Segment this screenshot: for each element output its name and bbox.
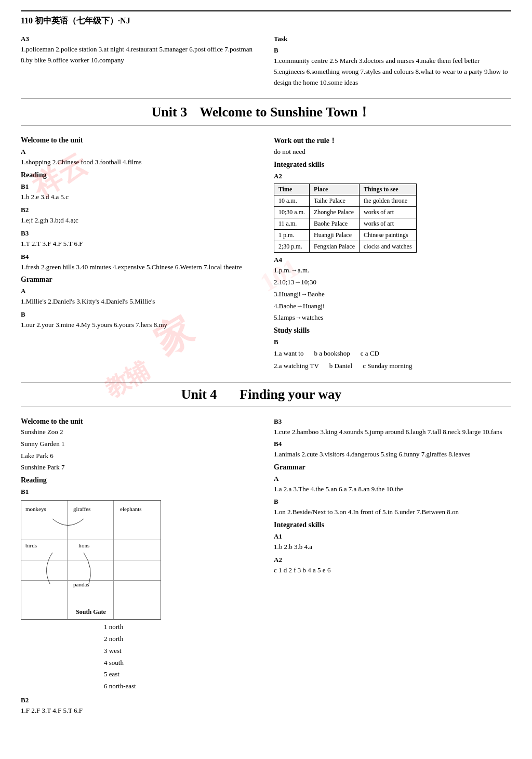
unit4-left: Welcome to the unit Sunshine Zoo 2Sunny … bbox=[21, 414, 258, 717]
unit4-prefix: Unit 4 bbox=[181, 387, 217, 402]
table-cell: 1 p.m. bbox=[274, 230, 310, 241]
table-cell: Huangji Palace bbox=[310, 230, 360, 241]
unit3-title: Unit 3 Welcome to Sunshine Town！ bbox=[21, 98, 511, 126]
ss-b-r2c1: 2.a watching TV bbox=[274, 360, 319, 372]
unit4-b4-label: B4 bbox=[274, 440, 511, 448]
h-line-2 bbox=[21, 580, 161, 581]
ss-b-r2c2: b Daniel bbox=[329, 360, 352, 372]
unit3-table: Time Place Things to see 10 a.m.Taihe Pa… bbox=[274, 184, 417, 253]
ss-b-row1: 1.a want to b a bookshop c a CD bbox=[274, 347, 511, 359]
page-title: 110 初中英语（七年级下）·NJ bbox=[21, 16, 130, 25]
unit4-title: Unit 4 Finding your way bbox=[21, 382, 511, 407]
unit3-b2-content: 1.e;f 2.g;h 3.b;d 4.a;c bbox=[21, 215, 258, 226]
col-things: Things to see bbox=[359, 184, 416, 195]
elephants-label: elephants bbox=[120, 506, 142, 512]
unit4-content: Welcome to the unit Sunshine Zoo 2Sunny … bbox=[21, 414, 511, 717]
welcome-item: Sunshine Zoo 2 bbox=[21, 427, 258, 438]
table-row: 11 a.m.Baohe Palaceworks of art bbox=[274, 218, 417, 230]
unit3-main: Welcome to Sunshine Town！ bbox=[200, 104, 371, 120]
unit3-gb-label: B bbox=[21, 310, 258, 319]
v-line-2 bbox=[113, 501, 114, 619]
unit4-right: B3 1.cute 2.bamboo 3.king 4.sounds 5.jum… bbox=[274, 414, 511, 717]
task-label: Task bbox=[274, 35, 511, 43]
unit3-ss-b-label: B bbox=[274, 338, 511, 346]
ss-b-r1c1: 1.a want to bbox=[274, 347, 303, 359]
unit3-studyskills-label: Study skills bbox=[274, 326, 511, 335]
unit4-ga-label: A bbox=[274, 475, 511, 483]
unit4-b3-label: B3 bbox=[274, 417, 511, 426]
table-row: 1 p.m.Huangji PalaceChinese paintings bbox=[274, 230, 417, 241]
unit3-content: Welcome to the unit A 1.shopping 2.Chine… bbox=[21, 133, 511, 372]
unit3-b4-label: B4 bbox=[21, 253, 258, 261]
page-header: 110 初中英语（七年级下）·NJ bbox=[21, 10, 511, 27]
unit4-a1-label: A1 bbox=[274, 532, 511, 541]
table-cell: 2;30 p.m. bbox=[274, 241, 310, 253]
unit3-a-label: A bbox=[21, 148, 258, 156]
direction-item: 4 south bbox=[104, 658, 258, 669]
unit4-grammar-label: Grammar bbox=[274, 463, 511, 472]
col-place: Place bbox=[310, 184, 360, 195]
ss-b-row2: 2.a watching TV b Daniel c Sunday mornin… bbox=[274, 360, 511, 372]
table-cell: works of art bbox=[359, 207, 416, 218]
table-cell: clocks and watches bbox=[359, 241, 416, 253]
table-row: 2;30 p.m.Fengxian Palaceclocks and watch… bbox=[274, 241, 417, 253]
unit4-welcome-label: Welcome to the unit bbox=[21, 417, 258, 426]
direction-item: 2 north bbox=[104, 634, 258, 645]
direction-item: 6 north-east bbox=[104, 681, 258, 692]
direction-item: 3 west bbox=[104, 646, 258, 657]
unit4-reading-label: Reading bbox=[21, 476, 258, 485]
a4-5: 5.lamps→watches bbox=[274, 312, 511, 323]
table-cell: 10 a.m. bbox=[274, 195, 310, 207]
unit3-b1-label: B1 bbox=[21, 182, 258, 191]
unit3-workoutrule-content: do not need bbox=[274, 147, 511, 158]
a4-2: 2.10;13→10;30 bbox=[274, 277, 511, 288]
unit3-left: Welcome to the unit A 1.shopping 2.Chine… bbox=[21, 133, 258, 372]
unit3-b2-label: B2 bbox=[21, 206, 258, 214]
south-gate-label: South Gate bbox=[76, 608, 106, 616]
table-cell: works of art bbox=[359, 218, 416, 230]
a4-3: 3.Huangji→Baohe bbox=[274, 289, 511, 300]
task-b-label: B bbox=[274, 46, 511, 55]
table-cell: 11 a.m. bbox=[274, 218, 310, 230]
giraffes-label: giraffes bbox=[73, 506, 90, 512]
unit3-a-content: 1.shopping 2.Chinese food 3.football 4.f… bbox=[21, 157, 258, 168]
table-cell: Baohe Palace bbox=[310, 218, 360, 230]
unit3-grammar-label: Grammar bbox=[21, 276, 258, 284]
unit4-main: Finding your way bbox=[240, 387, 341, 402]
table-cell: 10;30 a.m. bbox=[274, 207, 310, 218]
unit4-ga-content: 1.a 2.a 3.The 4.the 5.an 6.a 7.a 8.an 9.… bbox=[274, 484, 511, 495]
welcome-item: Sunny Garden 1 bbox=[21, 439, 258, 450]
unit3-reading-label: Reading bbox=[21, 171, 258, 179]
unit3-b4-content: 1.fresh 2.green hills 3.40 minutes 4.exp… bbox=[21, 262, 258, 273]
unit3-right: Work out the rule！ do not need Integrate… bbox=[274, 133, 511, 372]
unit4-welcome-items: Sunshine Zoo 2Sunny Garden 1Lake Park 6S… bbox=[21, 427, 258, 473]
unit4-b2-content: 1.F 2.F 3.T 4.F 5.T 6.F bbox=[21, 705, 258, 716]
unit3-a4-label: A4 bbox=[274, 256, 511, 264]
unit4-b2-label: B2 bbox=[21, 696, 258, 704]
birds-label: birds bbox=[25, 542, 37, 548]
unit4-integrated-label: Integrated skills bbox=[274, 521, 511, 529]
monkeys-label: monkeys bbox=[25, 506, 46, 512]
table-cell: the golden throne bbox=[359, 195, 416, 207]
direction-item: 5 east bbox=[104, 669, 258, 680]
unit3-ga-label: A bbox=[21, 287, 258, 295]
a3-content: 1.policeman 2.police station 3.at night … bbox=[21, 44, 258, 66]
unit3-welcome-label: Welcome to the unit bbox=[21, 136, 258, 145]
table-cell: Fengxian Palace bbox=[310, 241, 360, 253]
a3-label: A3 bbox=[21, 35, 258, 43]
unit4-a2-content: c 1 d 2 f 3 b 4 a 5 e 6 bbox=[274, 565, 511, 576]
direction-item: 1 north bbox=[104, 622, 258, 633]
task-b-content: 1.community centre 2.5 March 3.doctors a… bbox=[274, 56, 511, 88]
unit4-gb-content: 1.on 2.Beside/Next to 3.on 4.In front of… bbox=[274, 507, 511, 518]
welcome-item: Sunshine Park 7 bbox=[21, 462, 258, 473]
top-section: A3 1.policeman 2.police station 3.at nig… bbox=[21, 32, 511, 89]
unit3-workoutrule-label: Work out the rule！ bbox=[274, 136, 511, 146]
unit4-b4-content: 1.animals 2.cute 3.visitors 4.dangerous … bbox=[274, 449, 511, 460]
ss-b-r1c3: c a CD bbox=[361, 347, 379, 359]
unit3-b3-label: B3 bbox=[21, 229, 258, 238]
a4-1: 1.p.m.→a.m. bbox=[274, 265, 511, 276]
lions-label: lions bbox=[78, 542, 89, 548]
directions-list: 1 north2 north3 west4 south5 east6 north… bbox=[104, 622, 258, 692]
table-cell: Chinese paintings bbox=[359, 230, 416, 241]
table-row: 10 a.m.Taihe Palacethe golden throne bbox=[274, 195, 417, 207]
